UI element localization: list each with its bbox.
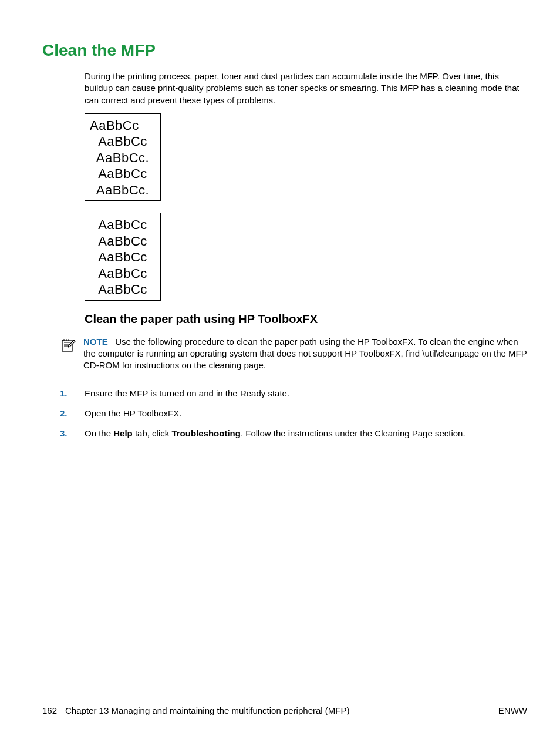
sample-line: AaBbCc. [87,182,158,199]
step-bold: Troubleshooting [171,428,241,438]
sample-line: AaBbCc [87,217,158,233]
print-sample-specks: AaBbCc AaBbCc AaBbCc. AaBbCc AaBbCc. [85,113,161,201]
section-heading: Clean the paper path using HP ToolboxFX [85,312,527,326]
step-text: tab, click [133,428,172,438]
step-text: . Follow the instructions under the Clea… [241,428,465,438]
sample-line: AaBbCc [87,117,158,134]
step-item: Open the HP ToolboxFX. [60,408,527,419]
note-icon [60,336,83,372]
note-label: NOTE [83,337,108,347]
page-number: 162 [42,705,57,715]
page-footer: 162 Chapter 13 Managing and maintaining … [42,705,527,715]
chapter-label: Chapter 13 Managing and maintaining the … [65,705,349,715]
sample-line: AaBbCc. [87,150,158,166]
step-item: On the Help tab, click Troubleshooting. … [60,428,527,439]
sample-line: AaBbCc [87,233,158,250]
steps-list: Ensure the MFP is turned on and in the R… [60,388,527,440]
sample-line: AaBbCc [87,133,158,150]
print-sample-smear: AaBbCc AaBbCc AaBbCc AaBbCc AaBbCc [85,213,161,301]
page-title: Clean the MFP [42,41,527,60]
note-callout: NOTE Use the following procedure to clea… [60,332,527,377]
step-bold: Help [113,428,133,438]
sample-line: AaBbCc [87,249,158,266]
sample-line: AaBbCc [87,166,158,182]
step-item: Ensure the MFP is turned on and in the R… [60,388,527,399]
sample-line: AaBbCc [87,266,158,282]
sample-line: AaBbCc [87,281,158,298]
content-area: During the printing process, paper, tone… [85,70,527,439]
step-text: On the [85,428,113,438]
note-body: NOTE Use the following procedure to clea… [83,336,527,372]
footer-right: ENWW [498,705,527,715]
intro-paragraph: During the printing process, paper, tone… [85,70,527,106]
note-text: Use the following procedure to clean the… [83,337,527,371]
